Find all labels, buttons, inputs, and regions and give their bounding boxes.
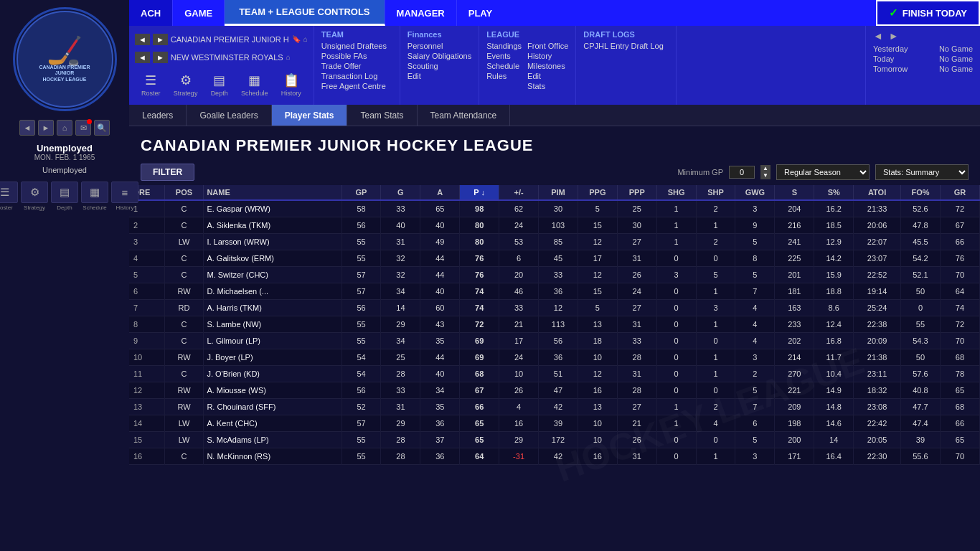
table-row[interactable]: 10 RW J. Boyer (LP) 54 25 44 69 24 36 10… xyxy=(129,349,980,366)
personnel-link[interactable]: Personnel xyxy=(407,41,471,51)
table-row[interactable]: 8 C S. Lambe (NW) 55 29 43 72 21 113 13 … xyxy=(129,316,980,333)
search-btn[interactable]: 🔍 xyxy=(94,120,110,136)
col-pim[interactable]: PIM xyxy=(539,185,578,200)
schedule-link[interactable]: Schedule xyxy=(486,61,522,71)
right-arrow-icon[interactable]: ► xyxy=(153,34,168,45)
col-gr[interactable]: GR xyxy=(940,185,979,200)
league-logo: 🏒 CANADIAN PREMIERJUNIORHOCKEY LEAGUE xyxy=(13,7,117,111)
table-row[interactable]: 15 LW S. McAdams (LP) 55 28 37 65 29 172… xyxy=(129,432,980,448)
team1-link[interactable]: CANADIAN PREMIER JUNIOR H xyxy=(171,35,289,44)
history-btn[interactable]: ≡ History xyxy=(111,182,138,211)
col-shg[interactable]: SHG xyxy=(656,185,696,200)
events-link[interactable]: Events xyxy=(486,51,522,61)
strategy-icon-btn[interactable]: ⚙ Strategy xyxy=(174,72,198,97)
strategy-btn[interactable]: ⚙ Strategy xyxy=(21,182,48,211)
stats-link[interactable]: Stats xyxy=(527,81,568,91)
history-icon-btn[interactable]: 📋 History xyxy=(281,72,301,97)
col-atoi[interactable]: ATOI xyxy=(854,185,901,200)
min-gp-down[interactable]: ▼ xyxy=(760,172,771,179)
front-office-link[interactable]: Front Office xyxy=(527,41,568,51)
col-s[interactable]: S xyxy=(775,185,814,200)
nav-team-league[interactable]: TEAM + LEAGUE CONTROLS xyxy=(225,0,385,26)
table-row[interactable]: 12 RW A. Miousse (WS) 56 33 34 67 26 47 … xyxy=(129,382,980,399)
team1-bookmark-icon: 🔖 xyxy=(292,35,301,43)
league-edit-link[interactable]: Edit xyxy=(527,71,568,81)
tab-team-attendance[interactable]: Team Attendance xyxy=(418,105,511,126)
left-arrow-icon[interactable]: ◄ xyxy=(135,34,150,45)
col-name[interactable]: NAME xyxy=(204,185,341,200)
possible-fas-link[interactable]: Possible FAs xyxy=(321,51,392,61)
nav-ach[interactable]: ACH xyxy=(129,0,173,26)
depth-icon-btn[interactable]: ▤ Depth xyxy=(211,72,228,97)
coach-next-btn[interactable]: ► xyxy=(38,120,54,136)
salary-obligations-link[interactable]: Salary Obligations xyxy=(407,51,471,61)
roster-btn[interactable]: ☰ Roster xyxy=(0,182,18,211)
league-menu-title: LEAGUE xyxy=(486,30,568,39)
draft-log-item[interactable]: CPJHL Entry Draft Log xyxy=(583,41,669,51)
finances-menu-title: Finances xyxy=(407,30,471,39)
left-arrow2-icon[interactable]: ◄ xyxy=(135,52,150,63)
team2-link[interactable]: NEW WESTMINSTER ROYALS xyxy=(171,53,283,62)
tab-goalie-leaders[interactable]: Goalie Leaders xyxy=(187,105,271,126)
schedule-icon-btn[interactable]: ▦ Schedule xyxy=(241,72,268,97)
right-arrow2-icon[interactable]: ► xyxy=(153,52,168,63)
table-row[interactable]: 11 C J. O'Brien (KD) 54 28 40 68 10 51 1… xyxy=(129,366,980,382)
min-gp-input[interactable] xyxy=(729,166,755,179)
table-row[interactable]: 4 C A. Galitskov (ERM) 55 32 44 76 6 45 … xyxy=(129,250,980,267)
nav-manager[interactable]: MANAGER xyxy=(385,0,457,26)
col-gp[interactable]: GP xyxy=(341,185,381,200)
finish-today-button[interactable]: ✓ FINISH TODAY xyxy=(876,0,980,26)
col-pos[interactable]: POS xyxy=(164,185,204,200)
tab-leaders[interactable]: Leaders xyxy=(129,105,187,126)
rules-link[interactable]: Rules xyxy=(486,71,522,81)
tab-player-stats[interactable]: Player Stats xyxy=(272,105,348,126)
min-gp-label: Minimum GP xyxy=(677,168,723,176)
prev-schedule-icon[interactable]: ◄ xyxy=(873,30,883,42)
col-pm[interactable]: +/- xyxy=(499,185,539,200)
col-g[interactable]: G xyxy=(381,185,420,200)
season-select[interactable]: Regular Season xyxy=(776,164,870,180)
table-row[interactable]: 16 C N. McKinnon (RS) 55 28 36 64 -31 42… xyxy=(129,448,980,465)
next-schedule-icon[interactable]: ► xyxy=(889,30,899,42)
table-row[interactable]: 1 C E. Gaspar (WRW) 58 33 65 98 62 30 5 … xyxy=(129,200,980,217)
trade-offer-link[interactable]: Trade Offer xyxy=(321,61,392,71)
col-a[interactable]: A xyxy=(420,185,460,200)
schedule-btn[interactable]: ▦ Schedule xyxy=(81,182,108,211)
milestones-link[interactable]: Milestones xyxy=(527,61,568,71)
coach-prev-btn[interactable]: ◄ xyxy=(19,120,35,136)
mail-btn[interactable]: ✉ xyxy=(75,120,91,136)
roster-icon-btn[interactable]: ☰ Roster xyxy=(141,72,161,97)
table-row[interactable]: 13 RW R. Chouinard (SFF) 52 31 35 66 4 4… xyxy=(129,399,980,415)
col-fopct[interactable]: FO% xyxy=(901,185,941,200)
stats-summary-select[interactable]: Stats: Summary xyxy=(875,164,969,180)
filter-button[interactable]: FILTER xyxy=(141,164,194,181)
col-ppp[interactable]: PPP xyxy=(617,185,656,200)
table-row[interactable]: 5 C M. Switzer (CHC) 57 32 44 76 20 33 1… xyxy=(129,267,980,283)
nav-play[interactable]: PLAY xyxy=(457,0,504,26)
min-gp-up[interactable]: ▲ xyxy=(760,165,771,172)
league-title: CANADIAN PREMIER JUNIOR HOCKEY LEAGUE xyxy=(141,136,969,155)
scouting-link[interactable]: Scouting xyxy=(407,61,471,71)
table-row[interactable]: 3 LW I. Larsson (WRW) 55 31 49 80 53 85 … xyxy=(129,234,980,250)
col-gwg[interactable]: GWG xyxy=(735,185,775,200)
home-nav-btn[interactable]: ⌂ xyxy=(57,120,72,136)
table-row[interactable]: 6 RW D. Michaelsen (... 57 34 40 74 46 3… xyxy=(129,283,980,300)
finances-edit-link[interactable]: Edit xyxy=(407,71,471,81)
free-agent-centre-link[interactable]: Free Agent Centre xyxy=(321,81,392,91)
standings-link[interactable]: Standings xyxy=(486,41,522,51)
table-row[interactable]: 2 C A. Siklenka (TKM) 56 40 40 80 24 103… xyxy=(129,217,980,234)
unsigned-draftees-link[interactable]: Unsigned Draftees xyxy=(321,41,392,51)
col-ppg[interactable]: PPG xyxy=(578,185,617,200)
table-row[interactable]: 9 C L. Gilmour (LP) 55 34 35 69 17 56 18… xyxy=(129,333,980,349)
tab-team-stats[interactable]: Team Stats xyxy=(347,105,417,126)
table-row[interactable]: 14 LW A. Kent (CHC) 57 29 36 65 16 39 10… xyxy=(129,415,980,432)
draft-logs-title: DRAFT LOGS xyxy=(583,30,669,39)
nav-game[interactable]: GAME xyxy=(173,0,225,26)
col-p[interactable]: P ↓ xyxy=(460,185,499,200)
col-shp[interactable]: SHP xyxy=(696,185,735,200)
transaction-log-link[interactable]: Transaction Log xyxy=(321,71,392,81)
depth-btn[interactable]: ▤ Depth xyxy=(51,182,78,211)
col-spct[interactable]: S% xyxy=(814,185,854,200)
history-link[interactable]: History xyxy=(527,51,568,61)
table-row[interactable]: 7 RD A. Harris (TKM) 56 14 60 74 33 12 5… xyxy=(129,300,980,316)
